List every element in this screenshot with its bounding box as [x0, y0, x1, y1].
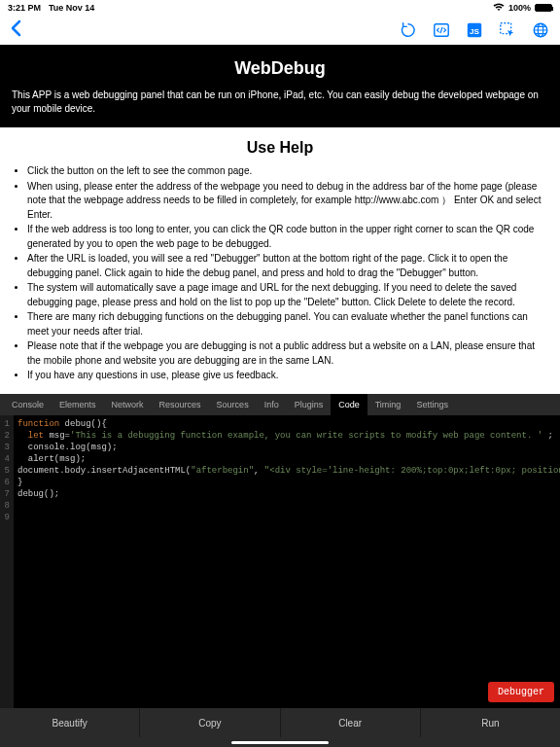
home-indicator[interactable] — [0, 737, 560, 747]
code-content[interactable]: function debug(){ let msg='This is a deb… — [14, 415, 560, 709]
hero-banner: WebDebug This APP is a web debugging pan… — [0, 45, 560, 127]
tab-sources[interactable]: Sources — [209, 394, 257, 415]
list-item: The system will automatically save a pag… — [27, 281, 544, 309]
toolbar: JS — [0, 16, 560, 45]
debug-panel: Console Elements Network Resources Sourc… — [0, 394, 560, 748]
tab-code[interactable]: Code — [331, 394, 368, 415]
bottom-bar: Beautify Copy Clear Run — [0, 708, 560, 737]
refresh-icon[interactable] — [399, 20, 418, 40]
debug-tabs: Console Elements Network Resources Sourc… — [0, 394, 560, 415]
use-help-title: Use Help — [0, 139, 560, 157]
js-icon[interactable]: JS — [465, 20, 484, 40]
beautify-button[interactable]: Beautify — [0, 708, 140, 737]
back-button[interactable] — [10, 19, 23, 42]
tab-timing[interactable]: Timing — [368, 394, 409, 415]
list-item: When using, please enter the address of … — [27, 180, 544, 223]
tab-info[interactable]: Info — [257, 394, 287, 415]
tab-elements[interactable]: Elements — [52, 394, 104, 415]
list-item: Click the button on the left to see the … — [27, 164, 544, 179]
svg-text:JS: JS — [470, 27, 479, 36]
app-title: WebDebug — [12, 58, 548, 79]
copy-button[interactable]: Copy — [140, 708, 280, 737]
tab-resources[interactable]: Resources — [152, 394, 209, 415]
clear-button[interactable]: Clear — [281, 708, 421, 737]
tab-console[interactable]: Console — [4, 394, 52, 415]
list-item: There are many rich debugging functions … — [27, 310, 544, 338]
list-item: If the web address is too long to enter,… — [27, 223, 544, 251]
battery-pct: 100% — [508, 3, 531, 13]
battery-icon — [535, 4, 552, 12]
list-item: Please note that if the webpage you are … — [27, 339, 544, 368]
globe-icon[interactable] — [531, 20, 550, 40]
tab-plugins[interactable]: Plugins — [287, 394, 332, 415]
tab-network[interactable]: Network — [104, 394, 152, 415]
help-list: Click the button on the left to see the … — [0, 164, 560, 394]
list-item: If you have any questions in use, please… — [27, 369, 544, 383]
line-gutter: 123456789 — [0, 415, 14, 709]
status-time: 3:21 PM — [8, 3, 41, 13]
debugger-button[interactable]: Debugger — [488, 682, 554, 702]
code-editor[interactable]: 123456789 function debug(){ let msg='Thi… — [0, 415, 560, 709]
code-icon[interactable] — [432, 20, 451, 40]
tab-settings[interactable]: Settings — [408, 394, 456, 415]
run-button[interactable]: Run — [421, 708, 560, 737]
status-bar: 3:21 PM Tue Nov 14 100% — [0, 0, 560, 16]
wifi-icon — [493, 3, 505, 14]
app-subtitle: This APP is a web debugging panel that c… — [12, 89, 548, 116]
list-item: After the URL is loaded, you will see a … — [27, 252, 544, 280]
status-date: Tue Nov 14 — [49, 3, 94, 13]
select-icon[interactable] — [498, 20, 517, 40]
